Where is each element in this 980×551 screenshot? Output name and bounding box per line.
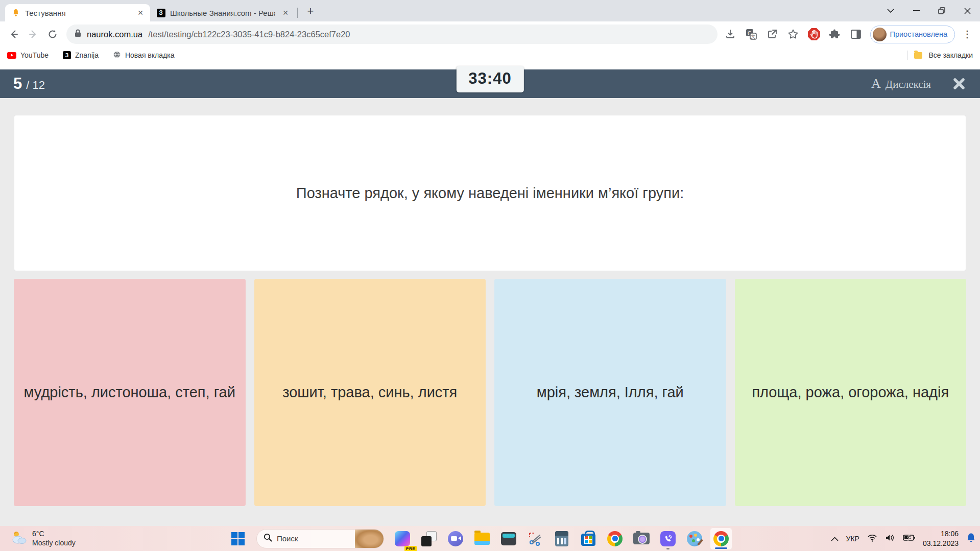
new-tab-button[interactable]: + bbox=[303, 4, 318, 19]
tab-separator bbox=[297, 8, 298, 18]
progress-current: 5 bbox=[13, 75, 22, 93]
tab-close-icon[interactable]: ✕ bbox=[135, 7, 146, 18]
notification-bell-icon[interactable] bbox=[966, 533, 976, 545]
znanija-icon: З bbox=[156, 8, 165, 17]
tray-time: 18:06 bbox=[923, 529, 959, 538]
timer: 33:40 bbox=[456, 66, 523, 92]
folder-icon bbox=[914, 52, 922, 59]
bookmark-znanija[interactable]: З Znanija bbox=[63, 51, 99, 59]
bookmark-label: Znanija bbox=[75, 51, 99, 59]
url-bar[interactable]: naurok.com.ua/test/testing/cb122c23-3035… bbox=[66, 25, 718, 44]
weather-desc: Mostly cloudy bbox=[32, 539, 76, 548]
lock-icon bbox=[75, 29, 81, 39]
search-icon bbox=[264, 533, 272, 544]
restore-icon[interactable] bbox=[929, 0, 954, 21]
clock[interactable]: 18:06 03.12.2023 bbox=[923, 529, 959, 547]
bookmark-label: YouTube bbox=[20, 51, 49, 59]
quiz-content: Позначте рядок, у якому наведені іменник… bbox=[0, 98, 980, 506]
answer-option-3[interactable]: мрія, земля, Ілля, гай bbox=[494, 279, 726, 506]
tab-testing[interactable]: Тестування ✕ bbox=[5, 4, 150, 21]
tray-date: 03.12.2023 bbox=[923, 539, 959, 548]
battery-icon[interactable] bbox=[903, 534, 915, 543]
taskbar: 6°C Mostly cloudy Поиск PRE bbox=[0, 526, 980, 551]
chevron-down-icon[interactable] bbox=[878, 0, 903, 21]
bell-icon bbox=[11, 8, 20, 17]
answer-options: мудрість, листоноша, степ, гай зошит, тр… bbox=[14, 279, 966, 506]
weather-icon bbox=[10, 530, 28, 547]
all-bookmarks-label: Все закладки bbox=[928, 51, 973, 59]
tab-close-icon[interactable]: ✕ bbox=[280, 7, 291, 18]
chevron-up-icon[interactable] bbox=[831, 534, 839, 543]
copilot-icon[interactable]: PRE bbox=[391, 528, 414, 550]
bookmark-new-tab[interactable]: Новая вкладка bbox=[113, 51, 175, 60]
reload-icon[interactable] bbox=[43, 25, 62, 44]
answer-option-4[interactable]: площа, рожа, огорожа, надія bbox=[735, 279, 967, 506]
weather-widget[interactable]: 6°C Mostly cloudy bbox=[5, 526, 81, 551]
answer-option-2[interactable]: зошит, трава, синь, листя bbox=[254, 279, 486, 506]
keyboard-icon[interactable] bbox=[497, 528, 520, 550]
volume-icon[interactable] bbox=[885, 534, 895, 544]
tab-title: Школьные Знания.com - Реша bbox=[170, 9, 275, 17]
avatar bbox=[873, 28, 887, 41]
minimize-icon[interactable] bbox=[903, 0, 929, 21]
taskbar-search[interactable]: Поиск bbox=[256, 529, 384, 548]
weather-temp: 6°C bbox=[32, 530, 76, 539]
paint-icon[interactable] bbox=[683, 528, 706, 550]
bookmark-youtube[interactable]: YouTube bbox=[7, 51, 49, 59]
close-icon[interactable] bbox=[954, 0, 980, 21]
bookmarks-bar: YouTube З Znanija Новая вкладка Все закл… bbox=[0, 47, 980, 63]
camera-icon[interactable] bbox=[630, 528, 653, 550]
screen: Тестування ✕ З Школьные Знания.com - Реш… bbox=[0, 0, 980, 551]
all-bookmarks[interactable]: Все закладки bbox=[907, 51, 973, 60]
store-icon[interactable] bbox=[577, 528, 600, 550]
adblock-icon[interactable] bbox=[805, 26, 823, 43]
globe-icon bbox=[113, 51, 121, 60]
tab-strip: Тестування ✕ З Школьные Знания.com - Реш… bbox=[0, 0, 980, 21]
tab-znanija[interactable]: З Школьные Знания.com - Реша ✕ bbox=[150, 4, 295, 21]
weather-text: 6°C Mostly cloudy bbox=[32, 530, 76, 547]
window-controls bbox=[878, 0, 980, 21]
timer-value: 33:40 bbox=[468, 69, 511, 87]
profile-button[interactable]: Приостановлена bbox=[870, 26, 955, 43]
task-view-icon[interactable] bbox=[418, 528, 440, 550]
quiz-close-icon[interactable] bbox=[951, 76, 967, 91]
kebab-menu-icon[interactable]: ⋮ bbox=[959, 26, 976, 43]
search-highlight-image bbox=[355, 530, 384, 548]
windows-start-icon[interactable] bbox=[227, 528, 249, 550]
url-path: /test/testing/cb122c23-3035-41c9-b824-23… bbox=[148, 30, 350, 39]
question-progress: 5 / 12 bbox=[13, 75, 45, 93]
back-icon[interactable] bbox=[4, 25, 23, 44]
star-icon[interactable] bbox=[784, 26, 802, 43]
question-card: Позначте рядок, у якому наведені іменник… bbox=[14, 115, 966, 271]
profile-status: Приостановлена bbox=[890, 30, 947, 38]
chrome-icon[interactable] bbox=[604, 528, 626, 550]
dyslexia-toggle[interactable]: А Дислексія bbox=[871, 76, 931, 91]
answer-option-1[interactable]: мудрість, листоноша, степ, гай bbox=[14, 279, 246, 506]
share-icon[interactable] bbox=[763, 26, 781, 43]
forward-icon[interactable] bbox=[23, 25, 43, 44]
letter-a-icon: А bbox=[871, 76, 881, 91]
snipping-tool-icon[interactable] bbox=[524, 528, 546, 550]
dyslexia-label: Дислексія bbox=[886, 78, 931, 91]
separator bbox=[907, 51, 908, 60]
browser-toolbar: naurok.com.ua/test/testing/cb122c23-3035… bbox=[0, 21, 980, 47]
translate-icon[interactable]: G文 bbox=[743, 26, 760, 43]
chat-icon[interactable] bbox=[444, 528, 467, 550]
url-domain: naurok.com.ua bbox=[87, 30, 142, 39]
sidebar-icon[interactable] bbox=[847, 26, 865, 43]
system-tray: УКР 18:06 03.12.2023 bbox=[831, 526, 976, 551]
progress-total: / 12 bbox=[26, 79, 45, 92]
tab-title: Тестування bbox=[25, 9, 130, 17]
wifi-icon[interactable] bbox=[867, 534, 877, 544]
chrome-active-icon[interactable] bbox=[710, 528, 732, 550]
language-indicator[interactable]: УКР bbox=[846, 535, 859, 543]
taskbar-center: Поиск PRE bbox=[227, 526, 732, 551]
install-download-icon[interactable] bbox=[722, 26, 739, 43]
file-explorer-icon[interactable] bbox=[471, 528, 493, 550]
viber-icon[interactable] bbox=[657, 528, 679, 550]
calculator-icon[interactable] bbox=[551, 528, 573, 550]
search-placeholder: Поиск bbox=[277, 534, 350, 543]
youtube-icon bbox=[7, 52, 16, 59]
bookmark-label: Новая вкладка bbox=[125, 51, 175, 59]
puzzle-extensions-icon[interactable] bbox=[826, 26, 844, 43]
